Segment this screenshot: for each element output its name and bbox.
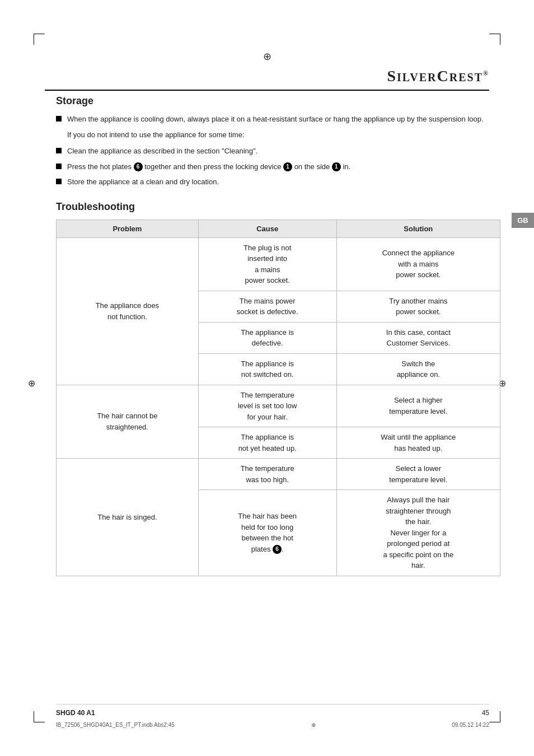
icon-side: 1 xyxy=(332,162,341,171)
storage-heading: Storage xyxy=(56,95,500,107)
col-cause: Cause xyxy=(198,220,336,237)
solution-2-1: Select a highertemperature level. xyxy=(336,385,500,427)
table-row: The hair cannot bestraightened. The temp… xyxy=(57,385,500,427)
solution-1-3: In this case, contactCustomer Services. xyxy=(336,322,500,353)
troubleshooting-heading: Troubleshooting xyxy=(56,201,500,213)
solution-2-2: Wait until the appliancehas heated up. xyxy=(336,427,500,459)
bullet-icon-2 xyxy=(56,148,62,153)
brand-bar: SilverCrest® xyxy=(45,67,489,91)
solution-1-2: Try another mainspower socket. xyxy=(336,291,500,322)
problem-1: The appliance doesnot function. xyxy=(57,237,199,385)
cause-1-4: The appliance isnot switched on. xyxy=(198,353,336,385)
registration-mark-top: ⊕ xyxy=(263,50,271,63)
cause-1-2: The mains powersocket is defective. xyxy=(198,291,336,322)
storage-note: If you do not intend to use the applianc… xyxy=(67,129,500,141)
storage-bullet-1: When the appliance is cooling down, alwa… xyxy=(56,114,500,125)
registration-mark-left: ⊕ xyxy=(28,378,35,389)
solution-3-2: Always pull the hairstraightener through… xyxy=(336,490,500,576)
footer: SHGD 40 A1 45 xyxy=(56,704,489,717)
brand-logo: SilverCrest® xyxy=(387,67,489,85)
solution-1-1: Connect the appliancewith a mainspower s… xyxy=(336,237,500,291)
storage-bullet-2: Clean the appliance as described in the … xyxy=(56,146,500,157)
bullet-icon-4 xyxy=(56,179,62,184)
brand-name-text: SilverCrest xyxy=(387,67,483,85)
cause-2-2: The appliance isnot yet heated up. xyxy=(198,427,336,459)
solution-3-1: Select a lowertemperature level. xyxy=(336,459,500,490)
cause-3-2: The hair has beenheld for too longbetwee… xyxy=(198,490,336,576)
footer-file-info: IB_72506_SHGD40A1_ES_IT_PT.indb Abs2:45 xyxy=(56,722,175,728)
bullet-icon-1 xyxy=(56,116,62,122)
bullet-icon-3 xyxy=(56,164,62,169)
footer-page: 45 xyxy=(482,709,489,717)
cause-1-3: The appliance isdefective. xyxy=(198,322,336,353)
icon-hotplates-table: 6 xyxy=(273,545,282,554)
troubleshooting-table: Problem Cause Solution The appliance doe… xyxy=(56,220,500,576)
storage-bullet-4-text: Store the appliance at a clean and dry l… xyxy=(67,176,500,188)
cause-3-1: The temperaturewas too high. xyxy=(198,459,336,490)
icon-hotplates: 6 xyxy=(134,162,143,171)
cause-2-1: The temperaturelevel is set too lowfor y… xyxy=(198,385,336,427)
table-row: The hair is singed. The temperaturewas t… xyxy=(57,459,500,490)
storage-bullet-2-text: Clean the appliance as described in the … xyxy=(67,146,500,157)
solution-1-4: Switch theappliance on. xyxy=(336,353,500,385)
table-header-row: Problem Cause Solution xyxy=(57,220,500,237)
problem-2: The hair cannot bestraightened. xyxy=(57,385,199,459)
brand-reg-symbol: ® xyxy=(483,69,489,77)
storage-bullet-4: Store the appliance at a clean and dry l… xyxy=(56,176,500,188)
footer-bottom: IB_72506_SHGD40A1_ES_IT_PT.indb Abs2:45 … xyxy=(56,722,489,728)
footer-model: SHGD 40 A1 xyxy=(56,709,95,717)
col-problem: Problem xyxy=(57,220,199,237)
footer-reg-bottom: ⊕ xyxy=(311,722,316,728)
col-solution: Solution xyxy=(336,220,500,237)
main-content: Storage When the appliance is cooling do… xyxy=(56,95,500,576)
problem-3: The hair is singed. xyxy=(57,459,199,576)
cause-1-1: The plug is notinserted intoa mainspower… xyxy=(198,237,336,291)
storage-bullet-3-text: Press the hot plates 6 together and then… xyxy=(67,161,500,172)
footer-date-info: 09.05.12 14:22 xyxy=(452,722,489,728)
storage-bullet-3: Press the hot plates 6 together and then… xyxy=(56,161,500,172)
storage-bullet-1-text: When the appliance is cooling down, alwa… xyxy=(67,114,500,125)
language-tab: GB xyxy=(512,213,534,228)
icon-locking: 1 xyxy=(283,162,292,171)
table-row: The appliance doesnot function. The plug… xyxy=(57,237,500,291)
